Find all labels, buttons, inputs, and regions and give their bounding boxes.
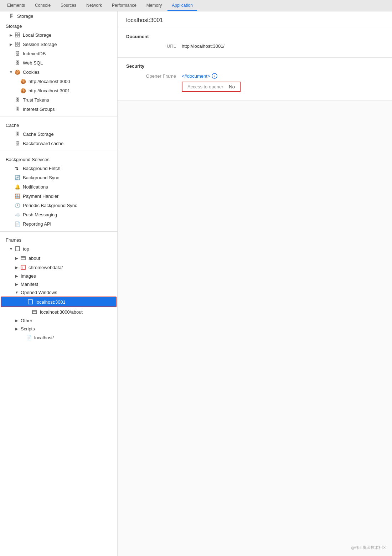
tab-application[interactable]: Application xyxy=(167,0,197,11)
tab-network[interactable]: Network xyxy=(82,0,106,11)
frame-icon-top xyxy=(14,246,21,252)
frame-error-icon: ! xyxy=(20,264,26,271)
sidebar-item-cookie-3000[interactable]: ▶ 🍪 http://localhost:3000 xyxy=(0,77,117,86)
localhost3000about-label: localhost:3000/about xyxy=(40,309,114,315)
content-area: localhost:3001 Document URL http://local… xyxy=(118,11,392,556)
svg-rect-3 xyxy=(18,35,20,37)
file-icon-localhost: 📄 xyxy=(26,334,32,341)
security-section: Security Opener Frame <#document> i Acce… xyxy=(118,58,392,101)
sidebar-item-bg-sync[interactable]: ▶ 🔄 Background Sync xyxy=(0,173,117,182)
svg-rect-1 xyxy=(18,33,20,35)
sidebar: 🗄 Storage Storage ▶ Local Storage ▶ xyxy=(0,11,118,556)
expand-arrow-manifest: ▶ xyxy=(14,282,19,287)
sidebar-item-cookie-3001[interactable]: ▶ 🍪 http://localhost:3001 xyxy=(0,86,117,95)
sidebar-item-payment-handler[interactable]: ▶ 🪟 Payment Handler xyxy=(0,191,117,201)
sidebar-item-scripts[interactable]: ▶ Scripts xyxy=(0,325,117,333)
payment-handler-label: Payment Handler xyxy=(23,194,114,199)
svg-rect-14 xyxy=(28,300,32,304)
sidebar-item-back-forward-cache[interactable]: ▶ 🗄 Back/forward cache xyxy=(0,139,117,148)
frame-icon-localhost3001 xyxy=(27,299,33,305)
svg-text:i: i xyxy=(214,74,215,78)
sidebar-item-bg-fetch[interactable]: ▶ ⇅ Background Fetch xyxy=(0,164,117,173)
watermark: @稀土掘金技术社区 xyxy=(351,545,386,550)
sidebar-group-frames: Frames xyxy=(0,235,117,244)
sidebar-item-about[interactable]: ▶ about xyxy=(0,253,117,263)
local-storage-label: Local Storage xyxy=(23,32,114,38)
session-storage-label: Session Storage xyxy=(23,42,114,47)
sidebar-item-reporting-api[interactable]: ▶ 📄 Reporting API xyxy=(0,219,117,228)
cache-storage-label: Cache Storage xyxy=(23,132,114,137)
sidebar-item-local-storage[interactable]: ▶ Local Storage xyxy=(0,30,117,40)
sidebar-item-localhost3001[interactable]: ▶ localhost:3001 xyxy=(1,297,117,307)
svg-rect-0 xyxy=(15,33,17,35)
tab-elements[interactable]: Elements xyxy=(3,0,29,11)
expand-arrow-cookies: ▼ xyxy=(9,70,14,74)
bell-icon: 🔔 xyxy=(14,184,21,190)
sidebar-item-top[interactable]: ▼ top xyxy=(0,244,117,253)
divider-3 xyxy=(0,231,117,232)
images-label: Images xyxy=(21,273,114,279)
db-icon-trust: 🗄 xyxy=(14,97,21,103)
trust-tokens-label: Trust Tokens xyxy=(23,97,114,103)
sidebar-item-cache-storage[interactable]: ▶ 🗄 Cache Storage xyxy=(0,129,117,139)
cookie-icon: 🍪 xyxy=(14,69,21,75)
circle-info-icon: i xyxy=(212,73,217,79)
sidebar-item-indexeddb[interactable]: ▶ 🗄 IndexedDB xyxy=(0,49,117,58)
tab-console[interactable]: Console xyxy=(31,0,55,11)
sidebar-item-periodic-bg-sync[interactable]: ▶ 🕐 Periodic Background Sync xyxy=(0,201,117,210)
top-label: top xyxy=(23,246,114,252)
top-tabs: Elements Console Sources Network Perform… xyxy=(0,0,392,11)
db-icon-bfcache: 🗄 xyxy=(14,140,21,146)
content-header: localhost:3001 xyxy=(118,11,392,28)
sidebar-item-cookies[interactable]: ▼ 🍪 Cookies xyxy=(0,67,117,77)
sidebar-item-manifest[interactable]: ▶ Manifest xyxy=(0,280,117,288)
frame-small-icon-about xyxy=(20,255,26,261)
localhost-slash-label: localhost/ xyxy=(34,335,114,340)
svg-rect-5 xyxy=(18,42,20,44)
sidebar-item-other[interactable]: ▶ Other xyxy=(0,316,117,325)
sidebar-item-images[interactable]: ▶ Images xyxy=(0,272,117,280)
sidebar-item-interest-groups[interactable]: ▶ 🗄 Interest Groups xyxy=(0,104,117,114)
grid-icon-local xyxy=(14,32,21,38)
other-label: Other xyxy=(21,318,114,323)
back-forward-cache-label: Back/forward cache xyxy=(23,141,114,146)
sidebar-item-storage-top[interactable]: 🗄 Storage xyxy=(0,11,117,21)
svg-rect-4 xyxy=(15,42,17,44)
sidebar-item-web-sql[interactable]: ▶ 🗄 Web SQL xyxy=(0,58,117,67)
cookie-icon-3001: 🍪 xyxy=(20,87,26,94)
svg-rect-16 xyxy=(32,310,37,312)
sidebar-item-opened-windows[interactable]: ▼ Opened Windows xyxy=(0,288,117,297)
opener-frame-link-text: <#document> xyxy=(182,73,210,79)
tab-sources[interactable]: Sources xyxy=(56,0,81,11)
expand-arrow-top: ▼ xyxy=(9,246,14,251)
svg-rect-6 xyxy=(15,45,17,46)
sidebar-item-trust-tokens[interactable]: ▶ 🗄 Trust Tokens xyxy=(0,95,117,104)
expand-arrow-session-storage: ▶ xyxy=(9,42,14,47)
sidebar-item-localhost-slash[interactable]: ▶ 📄 localhost/ xyxy=(0,333,117,342)
localhost3001-label: localhost:3001 xyxy=(36,299,113,305)
opener-frame-row: Opener Frame <#document> i xyxy=(126,73,383,79)
url-field-row: URL http://localhost:3001/ xyxy=(126,43,383,49)
cloud-icon: ☁️ xyxy=(14,211,21,218)
sidebar-item-localhost3000about[interactable]: ▶ localhost:3000/about xyxy=(0,307,117,316)
manifest-label: Manifest xyxy=(21,282,114,287)
sidebar-item-chromewebdata[interactable]: ▶ ! chromewebdata/ xyxy=(0,263,117,272)
sidebar-item-session-storage[interactable]: ▶ Session Storage xyxy=(0,40,117,49)
tab-performance[interactable]: Performance xyxy=(108,0,141,11)
sidebar-group-background: Background Services xyxy=(0,154,117,164)
sidebar-item-push-messaging[interactable]: ▶ ☁️ Push Messaging xyxy=(0,210,117,219)
db-icon-cache: 🗄 xyxy=(14,131,21,137)
file-icon-reporting: 📄 xyxy=(14,221,21,227)
svg-rect-9 xyxy=(15,247,20,251)
fetch-icon: ⇅ xyxy=(14,165,21,171)
db-icon-websql: 🗄 xyxy=(14,60,21,66)
indexeddb-label: IndexedDB xyxy=(23,51,114,56)
access-to-opener-value: No xyxy=(229,84,235,89)
divider-1 xyxy=(0,117,117,117)
opener-frame-label: Opener Frame xyxy=(126,73,176,79)
tab-memory[interactable]: Memory xyxy=(142,0,166,11)
sidebar-item-notifications[interactable]: ▶ 🔔 Notifications xyxy=(0,182,117,191)
url-value: http://localhost:3001/ xyxy=(182,43,225,49)
opener-frame-value[interactable]: <#document> i xyxy=(182,73,217,79)
sidebar-storage-top-label: Storage xyxy=(17,14,114,19)
